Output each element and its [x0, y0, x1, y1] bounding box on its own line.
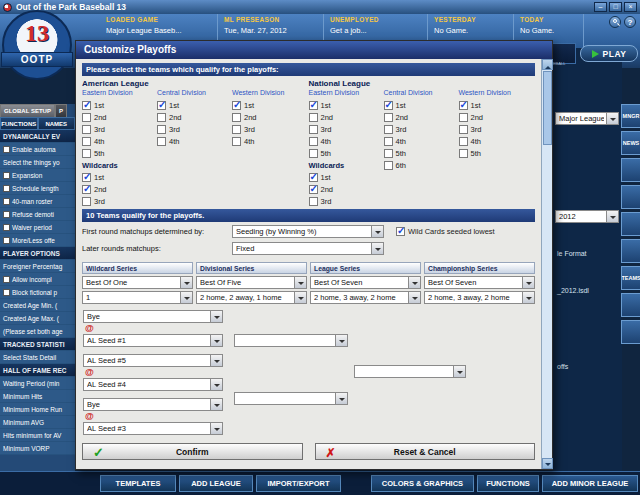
reset-cancel-button[interactable]: ✗ Reset & Cancel: [315, 443, 536, 460]
checkbox[interactable]: [3, 172, 10, 179]
chevron-down-icon[interactable]: [522, 277, 534, 288]
checkbox[interactable]: [82, 197, 91, 206]
rank-option[interactable]: 2nd: [309, 183, 384, 195]
chevron-down-icon[interactable]: [180, 292, 192, 303]
rank-option[interactable]: 4th: [309, 135, 384, 147]
chevron-down-icon[interactable]: [210, 399, 222, 410]
rank-option[interactable]: 4th: [157, 135, 232, 147]
rank-option[interactable]: 5th: [459, 147, 534, 159]
chevron-down-icon[interactable]: [522, 292, 534, 303]
sidebar-option[interactable]: Waiver period: [0, 221, 75, 234]
checkbox[interactable]: [309, 197, 318, 206]
sidebar-option[interactable]: Allow incompl: [0, 273, 75, 286]
best-of-select[interactable]: Best Of Seven: [424, 276, 535, 289]
checkbox[interactable]: [3, 289, 10, 296]
best-of-select[interactable]: Best Of Five: [196, 276, 307, 289]
rank-option[interactable]: 2nd: [384, 111, 459, 123]
best-of-select[interactable]: Best Of Seven: [310, 276, 421, 289]
chevron-down-icon[interactable]: [210, 423, 222, 434]
chevron-down-icon[interactable]: [408, 277, 420, 288]
checkbox[interactable]: [82, 125, 91, 134]
templates-button[interactable]: TEMPLATES: [100, 475, 176, 492]
chevron-down-icon[interactable]: [606, 211, 618, 222]
checkbox[interactable]: [232, 125, 241, 134]
rank-option[interactable]: 3rd: [309, 123, 384, 135]
checkbox[interactable]: [82, 137, 91, 146]
checkbox[interactable]: [384, 137, 393, 146]
round3-slot-select[interactable]: [354, 365, 466, 378]
checkbox[interactable]: [232, 113, 241, 122]
seed-select[interactable]: AL Seed #4: [83, 378, 223, 391]
checkbox[interactable]: [309, 137, 318, 146]
chevron-down-icon[interactable]: [294, 277, 306, 288]
side-tab[interactable]: [621, 212, 640, 236]
functions-button[interactable]: FUNCTIONS: [0, 117, 38, 130]
chevron-down-icon[interactable]: [210, 311, 222, 322]
names-button[interactable]: NAMES: [38, 117, 76, 130]
rank-option[interactable]: 1st: [309, 99, 384, 111]
tab-news[interactable]: NEWS: [621, 131, 640, 155]
maximize-button[interactable]: □: [609, 2, 622, 12]
chevron-down-icon[interactable]: [294, 292, 306, 303]
seed-select[interactable]: Bye: [83, 398, 223, 411]
checkbox[interactable]: [309, 173, 318, 182]
checkbox[interactable]: [82, 101, 91, 110]
rank-option[interactable]: 2nd: [232, 111, 307, 123]
side-tab[interactable]: [621, 185, 640, 209]
rank-option[interactable]: 1st: [384, 99, 459, 111]
import-export-button[interactable]: IMPORT/EXPORT: [256, 475, 341, 492]
play-button[interactable]: PLAY: [580, 45, 638, 62]
confirm-button[interactable]: ✓ Confirm: [82, 443, 303, 460]
tab-teams[interactable]: TEAMS: [621, 266, 640, 290]
rank-option[interactable]: 3rd: [309, 195, 384, 207]
scrollbar-thumb[interactable]: [543, 71, 552, 145]
tab-partial[interactable]: P: [55, 104, 67, 117]
colors-graphics-button[interactable]: COLORS & GRAPHICS: [371, 475, 474, 492]
rank-option[interactable]: 1st: [309, 171, 384, 183]
best-of-select[interactable]: Best Of One: [82, 276, 193, 289]
scroll-down-icon[interactable]: [542, 458, 553, 469]
tab-global-setup[interactable]: GLOBAL SETUP: [0, 104, 55, 117]
rank-option[interactable]: 4th: [384, 135, 459, 147]
add-minor-league-button[interactable]: ADD MINOR LEAGUE: [542, 475, 638, 492]
seed-select[interactable]: Bye: [83, 310, 223, 323]
home-away-format-select[interactable]: 2 home, 2 away, 1 home: [196, 291, 307, 304]
rank-option[interactable]: 4th: [459, 135, 534, 147]
chevron-down-icon[interactable]: [335, 335, 347, 346]
chevron-down-icon[interactable]: [371, 243, 383, 254]
checkbox[interactable]: [82, 173, 91, 182]
checkbox[interactable]: [157, 113, 166, 122]
checkbox[interactable]: [157, 101, 166, 110]
chevron-down-icon[interactable]: [210, 335, 222, 346]
rank-option[interactable]: 5th: [309, 147, 384, 159]
seed-select[interactable]: AL Seed #1: [83, 334, 223, 347]
rank-option[interactable]: 2nd: [157, 111, 232, 123]
checkbox[interactable]: [384, 149, 393, 158]
checkbox[interactable]: [232, 137, 241, 146]
checkbox[interactable]: [384, 125, 393, 134]
chevron-down-icon[interactable]: [408, 292, 420, 303]
side-tab[interactable]: [621, 239, 640, 263]
checkbox[interactable]: [459, 101, 468, 110]
scroll-up-icon[interactable]: [542, 59, 553, 70]
search-icon[interactable]: [609, 16, 621, 28]
checkbox[interactable]: [82, 149, 91, 158]
first-round-matchup-select[interactable]: Seeding (by Winning %): [232, 225, 384, 238]
sidebar-option[interactable]: Expansion: [0, 169, 75, 182]
side-tab[interactable]: [621, 293, 640, 317]
year-select[interactable]: 2012: [555, 210, 619, 223]
league-select[interactable]: Major League: [555, 112, 619, 125]
rank-option[interactable]: 2nd: [309, 111, 384, 123]
checkbox[interactable]: [309, 125, 318, 134]
checkbox[interactable]: [384, 113, 393, 122]
rank-option[interactable]: 2nd: [82, 183, 157, 195]
round2-slot-select[interactable]: [234, 334, 348, 347]
rank-option[interactable]: 1st: [459, 99, 534, 111]
chevron-down-icon[interactable]: [180, 277, 192, 288]
dialog-scrollbar[interactable]: [541, 59, 552, 469]
minimize-button[interactable]: –: [594, 2, 607, 12]
wildcard-seeded-lowest-option[interactable]: Wild Cards seeded lowest: [396, 227, 495, 236]
later-rounds-select[interactable]: Fixed: [232, 242, 384, 255]
checkbox[interactable]: [3, 185, 10, 192]
help-icon[interactable]: ?: [624, 16, 636, 28]
